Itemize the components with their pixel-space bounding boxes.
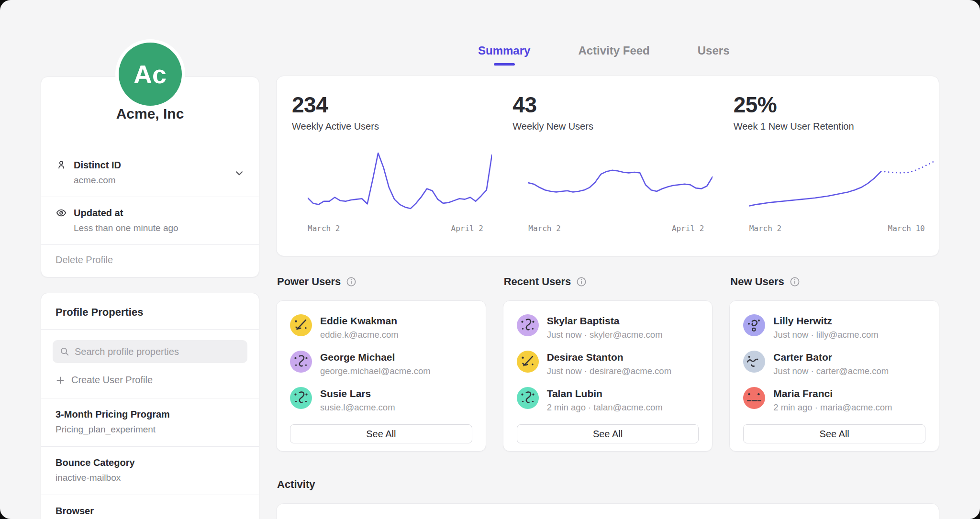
user-name: George Michael	[320, 351, 431, 363]
recent-users-section: Recent Users Skylar Baptista Jus	[503, 276, 713, 452]
new-users-card: Lilly Herwitz Just now · lilly@acme.com …	[729, 300, 939, 452]
user-name: Desirae Stanton	[547, 351, 671, 363]
search-profile-properties[interactable]	[53, 340, 247, 363]
property-row[interactable]: Bounce Category inactive-mailbox	[41, 447, 259, 495]
user-row[interactable]: Skylar Baptista Just now · skyler@acme.c…	[517, 314, 699, 340]
user-meta: Just now · lilly@acme.com	[773, 330, 878, 340]
user-avatar	[743, 387, 765, 409]
person-icon	[56, 159, 67, 171]
stat-week1-retention: 25% Week 1 New User Retention March 2 Ma…	[718, 76, 939, 256]
property-row[interactable]: 3-Month Pricing Program Pricing_plan_exp…	[41, 398, 259, 446]
updated-at-row: Updated at Less than one minute ago	[41, 197, 259, 244]
user-meta: eddie.k@acme.com	[320, 330, 399, 340]
stat-value: 43	[512, 92, 718, 117]
x-axis-labels: March 2 April 2	[528, 224, 713, 233]
search-input[interactable]	[75, 346, 241, 357]
user-name: Talan Lubin	[547, 387, 663, 399]
user-avatar	[290, 387, 312, 409]
stat-label: Weekly New Users	[512, 121, 718, 132]
user-avatar	[290, 351, 312, 373]
user-row[interactable]: Maria Franci 2 min ago · maria@acme.com	[743, 387, 925, 413]
user-name: Skylar Baptista	[547, 314, 663, 327]
user-name: Carter Bator	[773, 351, 889, 363]
user-meta: Just now · carter@acme.com	[773, 366, 889, 376]
x-axis-label-start: March 2	[528, 224, 560, 233]
section-title: Power Users	[277, 276, 341, 288]
property-value: Pricing_plan_experiment	[56, 424, 245, 435]
user-row[interactable]: George Michael george.michael@acme.com	[290, 351, 472, 376]
user-meta: 2 min ago · talan@acme.com	[547, 402, 663, 413]
property-value: inactive-mailbox	[56, 473, 245, 483]
property-row[interactable]: Browser Chrome	[41, 495, 259, 519]
weekly-new-users-sparkline	[528, 150, 713, 222]
user-row[interactable]: Carter Bator Just now · carter@acme.com	[743, 351, 925, 376]
stat-label: Week 1 New User Retention	[734, 121, 939, 132]
create-user-profile-label: Create User Profile	[71, 375, 153, 386]
stat-weekly-new-users: 43 Weekly New Users March 2 April 2	[497, 76, 718, 256]
tab-activity-feed[interactable]: Activity Feed	[578, 44, 649, 57]
distinct-id-label: Distinct ID	[74, 160, 121, 171]
activity-stat: 234	[277, 504, 497, 519]
tab-users[interactable]: Users	[698, 44, 730, 57]
user-avatar	[290, 314, 312, 336]
eye-icon	[56, 207, 67, 219]
stat-weekly-active-users: 234 Weekly Active Users March 2 April 2	[277, 76, 497, 256]
see-all-button[interactable]: See All	[290, 424, 472, 443]
profile-properties-title: Profile Properties	[41, 293, 259, 329]
info-icon[interactable]	[790, 276, 800, 287]
company-avatar-initials: Ac	[134, 59, 167, 89]
user-meta: susie.l@acme.com	[320, 402, 395, 413]
activity-stat: 240	[497, 504, 718, 519]
stat-value: 234	[292, 92, 497, 117]
tab-summary[interactable]: Summary	[478, 44, 530, 57]
user-avatar	[743, 314, 765, 336]
see-all-button[interactable]: See All	[517, 424, 699, 443]
user-name: Lilly Herwitz	[773, 314, 878, 327]
info-icon[interactable]	[576, 276, 587, 287]
profile-card: Acme, Inc Distinct ID acme.com	[41, 77, 259, 277]
x-axis-label-start: March 2	[749, 224, 781, 233]
info-icon[interactable]	[346, 276, 356, 287]
profile-properties-card: Profile Properties Create User Profile	[41, 293, 259, 519]
property-name: Browser	[56, 506, 245, 517]
x-axis-label-end: April 2	[451, 224, 483, 233]
section-title: New Users	[730, 276, 784, 288]
x-axis-label-start: March 2	[308, 224, 340, 233]
power-users-card: Eddie Kwakman eddie.k@acme.com George Mi…	[276, 300, 486, 452]
user-name: Susie Lars	[320, 387, 395, 399]
chevron-down-icon[interactable]	[233, 167, 245, 179]
x-axis-label-end: April 2	[672, 224, 704, 233]
user-row[interactable]: Desirae Stanton Just now · desirare@acme…	[517, 351, 699, 376]
tab-bar: Summary Activity Feed Users	[276, 0, 939, 76]
profile-sidebar: Ac Acme, Inc Distinct ID acme.com	[41, 0, 259, 519]
x-axis-labels: March 2 March 10	[749, 224, 934, 233]
distinct-id-value: acme.com	[74, 175, 245, 186]
divider	[41, 329, 259, 330]
create-user-profile-button[interactable]: Create User Profile	[56, 375, 245, 386]
user-row[interactable]: Eddie Kwakman eddie.k@acme.com	[290, 314, 472, 340]
user-name: Eddie Kwakman	[320, 314, 399, 327]
app-frame: Ac Acme, Inc Distinct ID acme.com	[0, 0, 980, 519]
user-row[interactable]: Lilly Herwitz Just now · lilly@acme.com	[743, 314, 925, 340]
user-row[interactable]: Susie Lars susie.l@acme.com	[290, 387, 472, 413]
updated-at-label: Updated at	[74, 208, 123, 219]
recent-users-card: Skylar Baptista Just now · skyler@acme.c…	[503, 300, 713, 452]
user-avatar	[743, 351, 765, 373]
section-title: Recent Users	[504, 276, 571, 288]
search-icon	[59, 346, 70, 357]
user-lists-row: Power Users Eddie Kwakman eddie.	[276, 276, 939, 452]
delete-profile-button[interactable]: Delete Profile	[41, 245, 259, 277]
x-axis-label-end: March 10	[888, 224, 925, 233]
stat-value: 25%	[734, 92, 939, 117]
user-avatar	[517, 351, 539, 373]
stat-label: Weekly Active Users	[292, 121, 497, 132]
user-row[interactable]: Talan Lubin 2 min ago · talan@acme.com	[517, 387, 699, 413]
distinct-id-row[interactable]: Distinct ID acme.com	[41, 149, 259, 197]
activity-stat: 3.4k	[718, 504, 939, 519]
activity-stat-value: 234	[292, 517, 497, 519]
power-users-section: Power Users Eddie Kwakman eddie.	[276, 276, 486, 452]
user-meta: Just now · desirare@acme.com	[547, 366, 671, 376]
see-all-button[interactable]: See All	[743, 424, 925, 443]
user-name: Maria Franci	[773, 387, 892, 399]
activity-title: Activity	[277, 478, 939, 491]
